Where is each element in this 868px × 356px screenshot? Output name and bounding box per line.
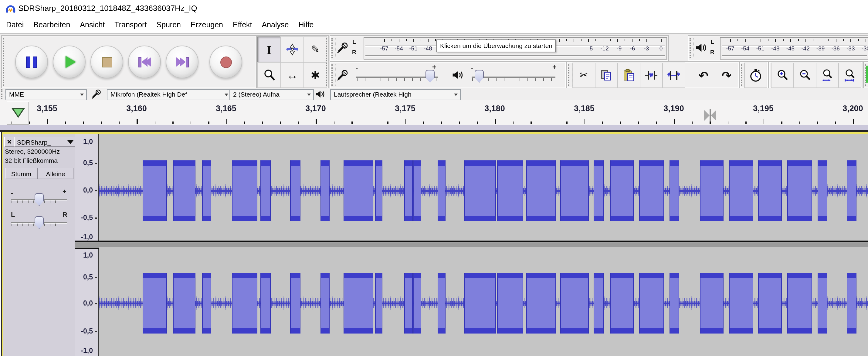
waveform-right-channel[interactable] [99,247,868,356]
gain-slider-thumb[interactable] [35,193,44,206]
solo-button[interactable]: Alleine [38,168,73,179]
record-button[interactable] [209,46,242,78]
skip-to-start-button[interactable] [128,46,161,78]
signal-burst [142,160,166,221]
stop-button[interactable] [90,46,123,78]
timeline-tick [495,119,496,124]
track-title: SDRSharp_ [17,138,51,146]
paste-button[interactable] [617,63,640,88]
signal-burst [526,160,556,221]
meter-scale-label: 5 [590,45,593,52]
menu-item-transport[interactable]: Transport [110,17,151,33]
toolbar-grip[interactable] [3,38,7,86]
timeline-ruler[interactable]: 3,1553,1603,1653,1703,1753,1803,1853,190… [0,100,868,126]
recording-device-dropdown[interactable]: Mikrofon (Realtek High Def [107,89,231,100]
gray-bowtie-marker[interactable] [704,109,716,121]
timeline-tick [262,121,263,124]
meter-tick [654,39,654,40]
meter-tick [392,39,392,40]
track-title-menu[interactable]: SDRSharp_ [14,137,76,147]
timeline-tick [226,119,227,124]
meter-tick [625,39,625,40]
menu-item-effekt[interactable]: Effekt [228,17,257,33]
draw-tool-button[interactable]: ✎ [304,36,327,63]
zoom-tool-button[interactable] [257,62,281,88]
toolbar-grip[interactable] [689,38,694,58]
chevron-down-icon [67,140,73,144]
signal-burst [260,273,271,333]
gain-max-label: + [63,188,66,195]
microphone-icon [91,89,101,100]
time-shift-tool-button[interactable]: ↔ [280,62,304,88]
envelope-tool-button[interactable] [280,36,304,63]
audio-host-dropdown[interactable]: MME [5,89,87,100]
toolbar-grip[interactable] [332,64,336,86]
trim-outside-selection-button[interactable] [640,63,663,88]
undo-button[interactable]: ↶ [692,63,715,88]
signal-burst [729,273,753,333]
meter-tick [836,39,836,41]
menu-item-analyse[interactable]: Analyse [257,17,294,33]
ruler-amplitude-label: 0,5 [75,273,93,281]
menu-item-erzeugen[interactable]: Erzeugen [186,17,228,33]
ruler-tick [95,217,97,218]
sync-lock-button[interactable] [744,63,767,88]
meter-scale-label: -6 [630,45,635,52]
play-at-speed-button[interactable] [866,66,868,83]
toolbar-grip[interactable] [332,38,336,58]
signal-burst [413,273,421,333]
timeline-tick [835,121,836,124]
signal-burst [560,273,588,333]
timeline-tick [656,121,657,124]
timeline-tick [692,121,692,124]
record-slider-max: + [432,63,436,70]
skip-to-start-icon [138,57,151,67]
menu-item-ansicht[interactable]: Ansicht [75,17,110,33]
paste-icon [622,69,636,82]
play-button[interactable] [53,46,86,78]
menu-item-bearbeiten[interactable]: Bearbeiten [29,17,75,33]
redo-button[interactable]: ↷ [715,63,738,88]
transport-toolbar [1,35,257,89]
menu-item-datei[interactable]: Datei [1,17,29,33]
signal-burst [787,273,812,333]
menu-item-hilfe[interactable]: Hilfe [293,17,318,33]
microphone-icon [336,69,348,82]
toolbar-grip[interactable] [568,64,572,86]
signal-burst [375,160,382,221]
ruler-amplitude-label: 1,0 [75,138,93,145]
signal-burst [464,273,496,333]
mute-button[interactable]: Stumm [5,168,38,179]
speaker-icon [315,89,325,99]
track-close-button[interactable]: ✕ [4,137,14,147]
menu-item-spuren[interactable]: Spuren [151,17,186,33]
toolbar-grip[interactable] [1,89,5,99]
meter-tick [435,39,436,40]
signal-burst [787,160,812,221]
meter-tick [813,39,814,40]
meter-tick [559,39,560,41]
timeline-tick [781,121,782,124]
meter-tick [421,39,421,40]
playback-meter[interactable]: -57-54-51-48-45-42-39-36-33-30 [720,37,868,60]
fit-project-button[interactable] [838,63,861,88]
playback-device-dropdown[interactable]: Lautsprecher (Realtek High [330,89,461,100]
copy-button[interactable] [595,63,618,88]
pause-button[interactable] [15,46,48,78]
recording-channels-dropdown[interactable]: 2 (Stereo) Aufna [229,89,314,100]
silence-selection-button[interactable] [662,63,685,88]
zoom-out-button[interactable] [793,63,816,88]
waveform-left-channel[interactable] [99,134,868,241]
multi-tool-button[interactable]: ✱ [304,62,327,88]
meter-tick [574,39,574,41]
fit-selection-button[interactable] [816,63,839,88]
timeline-label: 3,190 [663,104,684,113]
selection-tool-button[interactable]: I [257,36,281,63]
signal-burst [202,160,211,221]
monitoring-tooltip: Klicken um die Überwachung zu starten [436,39,556,52]
cut-button[interactable]: ✂ [572,63,595,88]
skip-to-end-button[interactable] [166,46,198,78]
pan-slider-thumb[interactable] [35,216,44,229]
timeline-tick [441,121,442,124]
zoom-in-button[interactable] [771,63,794,88]
